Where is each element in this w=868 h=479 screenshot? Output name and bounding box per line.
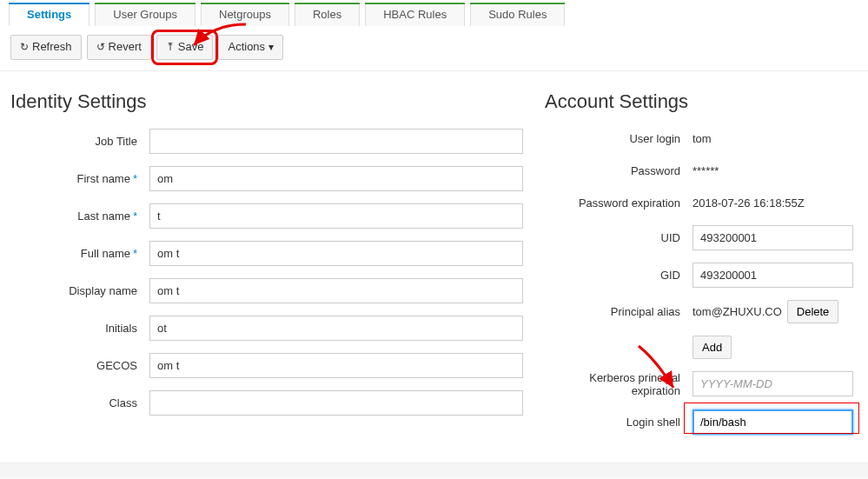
input-first-name[interactable]: [149, 166, 523, 191]
tab-hbac-rules[interactable]: HBAC Rules: [365, 3, 465, 26]
label-uid: UID: [545, 231, 692, 244]
tab-netgroups[interactable]: Netgroups: [201, 3, 289, 26]
refresh-label: Refresh: [32, 40, 72, 55]
label-full-name: Full name*: [10, 247, 149, 260]
field-principal-alias: Principal alias tom@ZHUXU.CO Delete: [545, 300, 858, 323]
refresh-icon: ↻: [20, 41, 29, 55]
input-login-shell[interactable]: [692, 409, 853, 435]
tab-sudo-rules[interactable]: Sudo Rules: [470, 3, 565, 26]
tab-user-groups[interactable]: User Groups: [95, 3, 195, 26]
label-gecos: GECOS: [10, 359, 149, 372]
label-initials: Initials: [10, 322, 149, 335]
input-uid[interactable]: [692, 225, 853, 250]
label-first-name: First name*: [10, 172, 149, 185]
label-last-name: Last name*: [10, 210, 149, 223]
tab-roles[interactable]: Roles: [295, 3, 360, 26]
label-class: Class: [10, 396, 149, 409]
label-user-login: User login: [545, 132, 692, 145]
value-user-login: tom: [692, 129, 858, 149]
field-gecos: GECOS: [10, 353, 527, 378]
field-user-login: User login tom: [545, 129, 858, 149]
field-add-alias: Add: [545, 336, 858, 359]
upload-icon: ⤒: [166, 41, 175, 55]
chevron-down-icon: ▾: [268, 41, 274, 55]
add-alias-button[interactable]: Add: [692, 336, 732, 359]
revert-button[interactable]: ↺ Revert: [87, 35, 151, 60]
delete-alias-button[interactable]: Delete: [787, 300, 839, 323]
field-kerberos-expiration: Kerberos principal expiration: [545, 371, 858, 397]
value-password-expiration: 2018-07-26 16:18:55Z: [692, 193, 858, 213]
input-kerberos-expiration[interactable]: [692, 371, 853, 396]
field-full-name: Full name*: [10, 241, 527, 266]
save-label: Save: [178, 40, 204, 55]
tab-settings[interactable]: Settings: [9, 3, 89, 26]
field-job-title: Job Title: [10, 129, 527, 154]
account-settings-section: Account Settings User login tom Password…: [545, 90, 858, 447]
label-login-shell: Login shell: [545, 416, 692, 429]
refresh-button[interactable]: ↻ Refresh: [10, 35, 82, 60]
input-class[interactable]: [149, 390, 523, 416]
actions-label: Actions: [228, 40, 265, 55]
value-password: ******: [692, 161, 858, 181]
revert-icon: ↺: [96, 41, 105, 55]
revert-label: Revert: [109, 40, 142, 55]
label-gid: GID: [545, 269, 692, 282]
value-principal-alias: tom@ZHUXU.CO: [692, 302, 782, 322]
field-class: Class: [10, 390, 527, 416]
input-gecos[interactable]: [149, 353, 523, 378]
label-principal-alias: Principal alias: [545, 305, 692, 318]
label-job-title: Job Title: [10, 135, 149, 148]
field-password-expiration: Password expiration 2018-07-26 16:18:55Z: [545, 193, 858, 213]
input-display-name[interactable]: [149, 278, 523, 303]
identity-settings-section: Identity Settings Job Title First name* …: [10, 90, 527, 447]
footer-strip: [0, 462, 868, 478]
field-password: Password ******: [545, 161, 858, 181]
label-display-name: Display name: [10, 284, 149, 297]
account-heading: Account Settings: [545, 90, 858, 113]
input-job-title[interactable]: [149, 129, 523, 154]
input-full-name[interactable]: [149, 241, 523, 266]
field-display-name: Display name: [10, 278, 527, 303]
actions-button[interactable]: Actions ▾: [218, 35, 283, 60]
input-gid[interactable]: [692, 263, 853, 288]
field-initials: Initials: [10, 316, 527, 341]
content-area: Identity Settings Job Title First name* …: [0, 71, 868, 456]
field-last-name: Last name*: [10, 203, 527, 229]
input-last-name[interactable]: [149, 203, 523, 229]
field-first-name: First name*: [10, 166, 527, 191]
input-initials[interactable]: [149, 316, 523, 341]
toolbar: ↻ Refresh ↺ Revert ⤒ Save Actions ▾: [0, 26, 868, 71]
field-login-shell: Login shell: [545, 409, 858, 435]
tabs-bar: Settings User Groups Netgroups Roles HBA…: [0, 0, 868, 26]
label-password: Password: [545, 164, 692, 177]
field-uid: UID: [545, 225, 858, 250]
label-kerberos-expiration: Kerberos principal expiration: [545, 371, 692, 397]
save-button[interactable]: ⤒ Save: [156, 35, 214, 60]
label-password-expiration: Password expiration: [545, 196, 692, 210]
field-gid: GID: [545, 263, 858, 288]
identity-heading: Identity Settings: [10, 90, 527, 113]
